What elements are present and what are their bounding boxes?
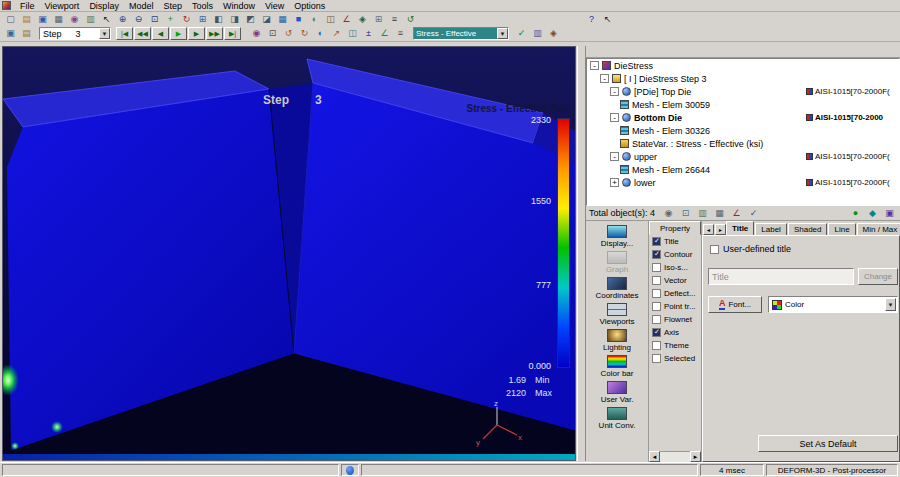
first-step-button[interactable]: |◀ <box>116 27 133 40</box>
viewport-panel-splitter[interactable] <box>577 46 586 461</box>
color-combo-dropdown-arrow-icon[interactable]: ▼ <box>885 298 896 311</box>
color-combo[interactable]: Color ▼ <box>768 296 898 313</box>
zoom-out-icon[interactable]: ⊖ <box>131 13 146 25</box>
property-row-point-tracking[interactable]: Point tr... <box>649 300 701 313</box>
shaded-icon[interactable]: ■ <box>291 13 306 25</box>
property-row-selected[interactable]: Selected <box>649 352 701 365</box>
back-button[interactable]: ◀ <box>152 27 169 40</box>
save-icon[interactable]: ▣ <box>35 13 50 25</box>
state-variable-dropdown-arrow-icon[interactable]: ▼ <box>497 28 508 39</box>
top-view-icon[interactable]: ◩ <box>243 13 258 25</box>
property-row-vector[interactable]: Vector <box>649 274 701 287</box>
tree-expander-icon[interactable]: - <box>610 113 619 122</box>
open-folder-icon[interactable]: ▤ <box>19 13 34 25</box>
tab-scroll-right-icon[interactable]: ► <box>715 224 726 235</box>
fit-view-icon[interactable]: ⊞ <box>195 13 210 25</box>
vector-icon[interactable]: ↗ <box>329 28 344 40</box>
summary-icon[interactable]: ≡ <box>393 28 408 40</box>
menu-step[interactable]: Step <box>158 1 187 11</box>
property-row-title[interactable]: Title <box>649 235 701 248</box>
property-tab[interactable]: Property <box>649 221 701 235</box>
annotate-icon[interactable]: ◈ <box>355 13 370 25</box>
tree-row-bottom-die[interactable]: - Bottom Die AISI-1015[70-2000 <box>587 111 899 124</box>
display-item-viewports[interactable]: Viewports <box>588 302 646 327</box>
slice-plane-icon[interactable]: ◫ <box>345 28 360 40</box>
rotate-ccw-icon[interactable]: ↺ <box>281 28 296 40</box>
forward-10-button[interactable]: ▶▶ <box>206 27 223 40</box>
load-database-icon[interactable]: ▤ <box>19 28 34 40</box>
apply-state-icon[interactable]: ✓ <box>514 28 529 40</box>
context-pointer-icon[interactable]: ↖ <box>600 13 615 25</box>
animate-icon[interactable]: ◉ <box>249 28 264 40</box>
print-tree-icon[interactable]: ▦ <box>712 207 727 219</box>
new-document-icon[interactable]: ▢ <box>3 13 18 25</box>
display-item-unit-conv[interactable]: Unit Conv. <box>588 406 646 431</box>
measure-objects-icon[interactable]: ∠ <box>729 207 744 219</box>
property-checkbox[interactable] <box>652 315 661 324</box>
save-keyframe-icon[interactable]: ▣ <box>3 28 18 40</box>
tab-scroll-left-icon[interactable]: ◄ <box>703 224 714 235</box>
iso-view-icon[interactable]: ◪ <box>259 13 274 25</box>
step-selector[interactable]: Step 3 ▼ <box>39 27 111 40</box>
property-horizontal-scrollbar[interactable]: ◄ ► <box>649 451 701 462</box>
print-icon[interactable]: ▦ <box>51 13 66 25</box>
title-input[interactable]: Title <box>708 268 854 285</box>
property-row-flownet[interactable]: Flownet <box>649 313 701 326</box>
menu-window[interactable]: Window <box>218 1 260 11</box>
mirror-icon[interactable]: ⊡ <box>678 207 693 219</box>
palette-icon[interactable]: ◈ <box>546 28 561 40</box>
state-variable-combo[interactable]: Stress - Effective ▼ <box>413 27 509 40</box>
graph-tool-icon[interactable]: ∠ <box>377 28 392 40</box>
tab-title[interactable]: Title <box>726 221 754 236</box>
menu-options[interactable]: Options <box>289 1 330 11</box>
snapshot-objects-icon[interactable]: ◉ <box>661 207 676 219</box>
last-step-button[interactable]: ▶| <box>224 27 241 40</box>
property-checkbox[interactable] <box>652 276 661 285</box>
property-row-iso-surface[interactable]: Iso-s... <box>649 261 701 274</box>
tree-expander-icon[interactable]: - <box>590 61 599 70</box>
zoom-window-icon[interactable]: ⊡ <box>147 13 162 25</box>
grid-icon[interactable]: ⊞ <box>371 13 386 25</box>
property-checkbox[interactable] <box>652 250 661 259</box>
render-viewport[interactable]: Step 3 Stress - Effective (ksi) 2330 155… <box>2 46 576 461</box>
zoom-in-icon[interactable]: ⊕ <box>115 13 130 25</box>
copy-object-icon[interactable]: ▥ <box>695 207 710 219</box>
status-green-icon[interactable]: ● <box>848 207 863 219</box>
menu-tools[interactable]: Tools <box>187 1 218 11</box>
pointer-icon[interactable]: ↖ <box>99 13 114 25</box>
tree-expander-icon[interactable]: + <box>610 178 619 187</box>
step-selector-dropdown-arrow-icon[interactable]: ▼ <box>99 28 110 39</box>
tree-row-statevar[interactable]: StateVar. : Stress - Effective (ksi) <box>587 137 899 150</box>
copy-icon[interactable]: ▥ <box>83 13 98 25</box>
property-row-theme[interactable]: Theme <box>649 339 701 352</box>
tree-expander-icon[interactable]: - <box>610 87 619 96</box>
side-view-icon[interactable]: ◨ <box>227 13 242 25</box>
scroll-left-arrow-icon[interactable]: ◄ <box>649 451 660 462</box>
rotate-icon[interactable]: ↻ <box>179 13 194 25</box>
tree-row-top-die[interactable]: - [PDie] Top Die AISI-1015[70-2000F( <box>587 85 899 98</box>
property-checkbox[interactable] <box>652 302 661 311</box>
options-icon[interactable]: ≡ <box>387 13 402 25</box>
property-row-deflection[interactable]: Deflect... <box>649 287 701 300</box>
contour-icon[interactable]: ◐ <box>313 28 328 40</box>
scroll-right-arrow-icon[interactable]: ► <box>690 451 701 462</box>
set-as-default-button[interactable]: Set As Default <box>758 435 898 452</box>
menu-file[interactable]: File <box>15 1 40 11</box>
play-button[interactable]: ▶ <box>170 27 187 40</box>
property-checkbox[interactable] <box>652 341 661 350</box>
tree-row-upper-mesh[interactable]: Mesh - Elem 26644 <box>587 163 899 176</box>
property-checkbox[interactable] <box>652 289 661 298</box>
front-view-icon[interactable]: ◧ <box>211 13 226 25</box>
help-icon[interactable]: ? <box>584 13 599 25</box>
change-button[interactable]: Change <box>858 268 898 285</box>
tree-row-diestress-root[interactable]: - DieStress <box>587 59 899 72</box>
tree-row-step[interactable]: - [ I ] DieStress Step 3 <box>587 72 899 85</box>
refresh-icon[interactable]: ↺ <box>403 13 418 25</box>
display-item-lighting[interactable]: Lighting <box>588 328 646 353</box>
forward-button[interactable]: ▶ <box>188 27 205 40</box>
status-grid-icon[interactable]: ▣ <box>882 207 897 219</box>
pan-icon[interactable]: + <box>163 13 178 25</box>
legend-icon[interactable]: ▥ <box>530 28 545 40</box>
menu-view[interactable]: View <box>260 1 289 11</box>
display-item-color-bar[interactable]: Color bar <box>588 354 646 379</box>
